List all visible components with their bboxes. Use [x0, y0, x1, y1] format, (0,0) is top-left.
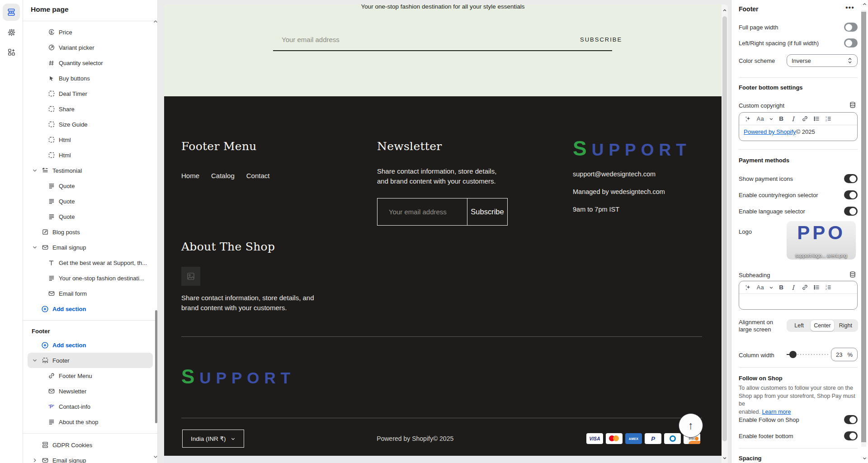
- about-title: About The Shop: [181, 240, 335, 253]
- alignment-center-option[interactable]: Center: [811, 320, 834, 331]
- copyright-editor-content[interactable]: Powered by Shopify© 2025: [739, 125, 857, 138]
- tree-item-email-form[interactable]: Email form: [28, 286, 153, 301]
- email-signup-section[interactable]: Your one-stop fashion destination for al…: [164, 5, 728, 96]
- add-section-button[interactable]: Add section: [28, 301, 153, 317]
- chevron-down-icon[interactable]: [31, 167, 38, 174]
- preview-area: Your one-stop fashion destination for al…: [158, 0, 731, 463]
- enable-footer-bottom-toggle[interactable]: [844, 431, 858, 440]
- chevron-down-icon[interactable]: [768, 283, 774, 292]
- country-selector[interactable]: India (INR ₹): [182, 430, 244, 448]
- chevron-down-icon[interactable]: [31, 357, 38, 364]
- scroll-up-icon[interactable]: [862, 2, 867, 7]
- enable-country-toggle[interactable]: [844, 190, 858, 199]
- more-options-icon[interactable]: •••: [845, 4, 854, 12]
- magic-icon[interactable]: [743, 283, 753, 292]
- signup-email-input[interactable]: Your email address: [282, 36, 340, 43]
- panel-scrollbar[interactable]: [861, 10, 866, 447]
- tree-item-gdpr-cookies[interactable]: GDPR Cookies: [28, 437, 153, 453]
- bold-icon[interactable]: B: [776, 114, 786, 123]
- alignment-left-option[interactable]: Left: [788, 320, 811, 331]
- dynamic-source-icon[interactable]: [849, 101, 856, 109]
- numbered-list-icon[interactable]: 12: [823, 283, 833, 292]
- scroll-down-icon[interactable]: [862, 456, 867, 461]
- add-section-button[interactable]: Add section: [28, 337, 153, 353]
- tree-item-share[interactable]: Share: [28, 101, 153, 117]
- italic-icon[interactable]: I: [788, 114, 798, 123]
- text-style-icon[interactable]: Aa: [755, 283, 766, 292]
- subheading-editor[interactable]: Aa B I 12: [739, 281, 858, 310]
- custom-copyright-editor[interactable]: Aa B I 12 Powered by Shopify© 2025: [739, 112, 858, 141]
- tree-item-quote[interactable]: Quote: [28, 194, 153, 209]
- tree-item-testimonial[interactable]: Testimonial: [28, 163, 153, 178]
- tree-item-size-guide[interactable]: Size Guide: [28, 117, 153, 132]
- sidebar-scrollbar[interactable]: [155, 310, 157, 423]
- tree-item-newsletter[interactable]: Newsletter: [28, 383, 153, 399]
- link-icon[interactable]: [800, 114, 810, 123]
- footer-link-catalog[interactable]: Catalog: [211, 172, 235, 180]
- bullet-list-icon[interactable]: [811, 283, 821, 292]
- chevron-right-icon[interactable]: [31, 457, 38, 463]
- dashed-icon: [47, 105, 55, 113]
- tree-item-contact-info[interactable]: ʹPʹContact-info: [28, 399, 153, 414]
- scroll-down-icon[interactable]: [153, 454, 158, 459]
- bullet-list-icon[interactable]: [811, 114, 821, 123]
- preview-scrollbar[interactable]: [722, 5, 728, 463]
- sections-nav-button[interactable]: [3, 4, 20, 21]
- tree-item-about-the-shop[interactable]: About the shop: [28, 414, 153, 430]
- scroll-up-icon[interactable]: [722, 8, 728, 13]
- show-payment-icons-toggle[interactable]: [844, 174, 858, 183]
- subheading-editor-content[interactable]: [739, 294, 857, 300]
- magic-icon[interactable]: [743, 114, 753, 123]
- column-width-input[interactable]: 23 %: [831, 348, 858, 361]
- tree-item-variant-picker[interactable]: Variant picker: [28, 40, 153, 55]
- tree-item-html[interactable]: Html: [28, 147, 153, 163]
- tree-item-quote[interactable]: Quote: [28, 178, 153, 194]
- tree-item-price[interactable]: $Price: [28, 24, 153, 40]
- slider-knob[interactable]: [789, 351, 797, 358]
- footer-link-contact[interactable]: Contact: [246, 172, 270, 180]
- tree-item-buy-buttons[interactable]: Buy buttons: [28, 71, 153, 86]
- tree-item-quote[interactable]: Quote: [28, 209, 153, 224]
- link-icon[interactable]: [800, 283, 810, 292]
- tree-item-footer[interactable]: Footer: [28, 353, 153, 368]
- app-embeds-button[interactable]: [3, 43, 20, 61]
- scroll-down-icon[interactable]: [722, 456, 728, 460]
- lr-spacing-toggle[interactable]: [844, 38, 858, 47]
- tree-item-email-signup[interactable]: Email signup: [28, 453, 153, 463]
- italic-icon[interactable]: I: [788, 283, 798, 292]
- tree-item-get-the-best-wear-at-support-th[interactable]: Get the best wear at Support, th...: [28, 255, 153, 270]
- tree-item-quantity-selector[interactable]: Quantity selector: [28, 55, 153, 71]
- learn-more-link[interactable]: Learn more: [762, 409, 791, 415]
- chevron-down-icon[interactable]: [31, 244, 38, 251]
- full-page-width-toggle[interactable]: [844, 23, 858, 32]
- lines-icon: [47, 182, 55, 190]
- column-width-slider[interactable]: [787, 354, 828, 355]
- tree-item-your-one-stop-fashion-destinati[interactable]: Your one-stop fashion destinati...: [28, 270, 153, 286]
- alignment-right-option[interactable]: Right: [834, 320, 857, 331]
- footer-link-home[interactable]: Home: [181, 172, 199, 180]
- footer-section[interactable]: Footer Menu HomeCatalogContact Newslette…: [164, 96, 728, 456]
- scroll-up-icon[interactable]: [153, 19, 158, 24]
- scrollbar-thumb[interactable]: [722, 16, 727, 441]
- color-scheme-select[interactable]: Inverse: [787, 54, 858, 67]
- subscribe-button[interactable]: SUBSCRIBE: [580, 36, 622, 43]
- back-to-top-button[interactable]: ↑: [679, 413, 703, 438]
- scrollbar-thumb[interactable]: [861, 12, 866, 442]
- dynamic-source-icon[interactable]: [849, 271, 856, 278]
- newsletter-email-input[interactable]: Your email address: [377, 198, 467, 225]
- tree-item-deal-timer[interactable]: Deal Timer: [28, 86, 153, 101]
- numbered-list-icon[interactable]: 12: [823, 114, 833, 123]
- tree-item-email-signup[interactable]: Email signup: [28, 240, 153, 255]
- copyright-link[interactable]: Powered by Shopify: [744, 128, 796, 135]
- tree-item-html[interactable]: Html: [28, 132, 153, 147]
- chevron-down-icon[interactable]: [768, 114, 774, 123]
- newsletter-subscribe-button[interactable]: Subscribe: [467, 198, 507, 225]
- bold-icon[interactable]: B: [776, 283, 786, 292]
- enable-language-toggle[interactable]: [844, 207, 858, 216]
- logo-thumbnail[interactable]: PPO support-logo... arent.png: [787, 221, 856, 260]
- theme-settings-button[interactable]: [3, 24, 20, 41]
- enable-follow-toggle[interactable]: [844, 415, 858, 424]
- tree-item-blog-posts[interactable]: Blog posts: [28, 224, 153, 240]
- tree-item-footer-menu[interactable]: Footer Menu: [28, 368, 153, 383]
- text-style-icon[interactable]: Aa: [755, 114, 766, 123]
